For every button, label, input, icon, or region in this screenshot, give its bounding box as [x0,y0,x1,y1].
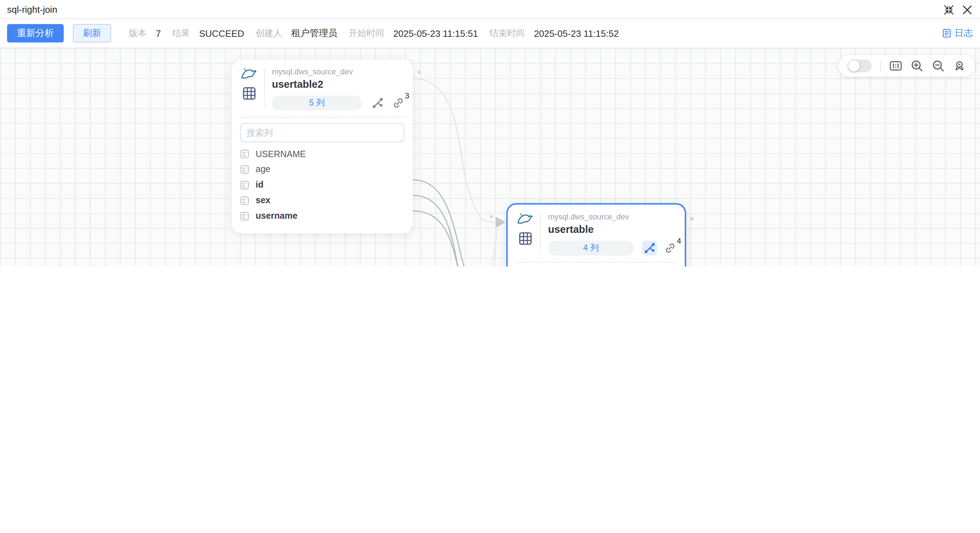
search-columns-input[interactable] [240,123,404,142]
column-type-icon [240,165,249,174]
table-lineage-edges [413,79,497,266]
version-label: 版本 [129,27,146,39]
run-info-toolbar: 重新分析 刷新 版本7 结果SUCCEED 创建人租户管理员 开始时间2025-… [0,19,980,48]
toolbar-divider [880,60,881,71]
table-node-usertable2[interactable]: mysql.dws_source_dev usertable2 5 列 3 US… [232,59,413,233]
canvas-toolbar [838,55,975,76]
lineage-canvas[interactable]: mysql.dws_source_dev usertable2 5 列 3 US… [0,48,980,266]
node-header: mysql.dws_source_dev usertable2 5 列 3 [232,59,413,110]
header-divider [264,67,265,107]
link-count-icon[interactable]: 4 [664,242,676,254]
lineage-branch-icon[interactable] [642,241,657,255]
column-type-icon [240,181,249,190]
collapse-icon[interactable] [943,4,955,16]
app-window: sql-right-join 重新分析 刷新 版本7 结果SUCCEED 创建人… [0,0,980,266]
column-row[interactable]: id [240,177,404,193]
fit-view-icon[interactable] [953,59,966,72]
result-label: 结果 [172,27,190,39]
start-time-label: 开始时间 [349,27,384,39]
window-titlebar: sql-right-join [0,0,980,19]
one-to-one-icon[interactable] [889,59,902,72]
dashed-divider [240,117,404,117]
column-count-badge[interactable]: 4 列 [548,241,634,255]
minimap-toggle[interactable] [848,59,872,72]
link-count-value: 3 [405,91,409,100]
log-button[interactable]: 日志 [942,27,973,40]
edge-layer [0,48,980,266]
toggle-knob [848,60,860,71]
window-title: sql-right-join [7,4,57,15]
mysql-icon [517,212,534,225]
zoom-out-icon[interactable] [932,59,945,72]
zoom-in-icon[interactable] [911,59,923,72]
table-grid-icon[interactable] [242,86,256,100]
mysql-icon [240,67,258,80]
database-name: mysql.dws_source_dev [548,212,676,222]
creator-value: 租户管理员 [291,27,337,40]
column-count-badge[interactable]: 5 列 [272,95,362,110]
database-name: mysql.dws_source_dev [272,67,404,76]
column-type-icon [240,150,249,159]
column-name: sex [256,196,270,205]
creator-label: 创建人 [256,27,282,39]
column-list: USERNAME age id sex username [232,142,413,224]
node-header: mysql.dws_source_dev usertable 4 列 4 [508,205,685,255]
column-name: id [256,181,263,189]
column-name: USERNAME [256,150,306,159]
dashed-divider [516,262,676,263]
column-row[interactable]: username [240,208,404,224]
link-count-value: 4 [677,236,681,245]
column-row[interactable]: sex [240,193,404,208]
column-name: age [256,165,270,174]
log-icon [942,28,952,38]
end-time-label: 结束时间 [489,27,525,39]
column-row[interactable]: age [240,162,404,178]
table-grid-icon[interactable] [518,232,533,246]
column-type-icon [240,196,249,205]
column-lineage-edges [413,180,498,266]
edge-arrowheads [496,217,506,266]
lineage-branch-icon[interactable] [370,95,385,110]
link-count-icon[interactable]: 3 [392,97,404,109]
reanalyze-button[interactable]: 重新分析 [7,24,64,43]
header-divider [540,213,541,252]
version-value: 7 [156,28,161,38]
end-time-value: 2025-05-23 11:15:52 [534,28,619,38]
table-name: usertable2 [272,78,404,91]
table-name: usertable [548,223,676,236]
log-label: 日志 [955,27,973,40]
run-fields: 版本7 结果SUCCEED 创建人租户管理员 开始时间2025-05-23 11… [118,27,619,40]
column-name: username [256,212,298,220]
start-time-value: 2025-05-23 11:15:51 [393,28,478,38]
refresh-button[interactable]: 刷新 [73,24,111,43]
close-icon[interactable] [962,4,973,16]
result-value: SUCCEED [199,28,244,38]
column-row[interactable]: USERNAME [240,146,404,162]
column-type-icon [240,211,249,220]
table-node-usertable[interactable]: mysql.dws_source_dev usertable 4 列 4 age… [506,203,686,266]
